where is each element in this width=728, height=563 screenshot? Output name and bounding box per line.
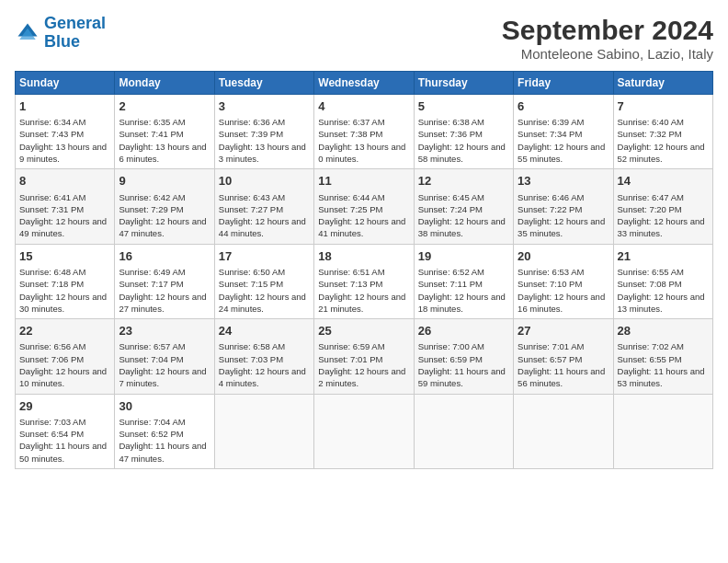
day-info: Sunrise: 6:43 AM: [219, 191, 310, 203]
day-info: Sunset: 7:34 PM: [518, 128, 609, 140]
day-cell: 16Sunrise: 6:49 AMSunset: 7:17 PMDayligh…: [115, 244, 214, 318]
day-info: Sunset: 6:57 PM: [518, 353, 609, 365]
day-cell: 28Sunrise: 7:02 AMSunset: 6:55 PMDayligh…: [613, 319, 712, 394]
day-info: Sunrise: 6:42 AM: [119, 191, 210, 203]
day-number: 11: [318, 173, 409, 190]
day-number: 17: [219, 248, 310, 265]
header-row: SundayMondayTuesdayWednesdayThursdayFrid…: [16, 72, 713, 95]
day-cell: [414, 394, 513, 468]
logo-text: General Blue: [44, 15, 106, 52]
header-cell-thursday: Thursday: [414, 72, 513, 95]
day-info: Sunrise: 6:52 AM: [418, 266, 509, 278]
header-cell-tuesday: Tuesday: [214, 72, 313, 95]
day-cell: 2Sunrise: 6:35 AMSunset: 7:41 PMDaylight…: [115, 95, 214, 169]
day-info: Sunset: 7:15 PM: [219, 278, 310, 290]
day-info: Daylight: 12 hours and 52 minutes.: [618, 141, 709, 166]
day-info: Sunset: 7:10 PM: [518, 278, 609, 290]
day-info: Sunrise: 6:38 AM: [418, 116, 509, 128]
header-cell-wednesday: Wednesday: [314, 72, 414, 95]
day-info: Sunset: 7:43 PM: [19, 128, 110, 140]
day-cell: 25Sunrise: 6:59 AMSunset: 7:01 PMDayligh…: [314, 319, 414, 394]
day-number: 3: [219, 98, 310, 115]
logo: General Blue: [15, 15, 106, 52]
day-cell: 30Sunrise: 7:04 AMSunset: 6:52 PMDayligh…: [115, 394, 214, 468]
day-info: Sunrise: 6:39 AM: [518, 116, 609, 128]
day-number: 6: [518, 98, 609, 115]
day-number: 14: [618, 173, 709, 190]
week-row-2: 8Sunrise: 6:41 AMSunset: 7:31 PMDaylight…: [16, 169, 713, 244]
day-info: Sunset: 7:06 PM: [19, 353, 110, 365]
day-info: Daylight: 11 hours and 59 minutes.: [418, 365, 509, 390]
day-cell: 7Sunrise: 6:40 AMSunset: 7:32 PMDaylight…: [613, 95, 712, 169]
day-info: Sunset: 7:22 PM: [518, 203, 609, 215]
day-cell: 11Sunrise: 6:44 AMSunset: 7:25 PMDayligh…: [314, 169, 414, 244]
day-info: Sunset: 7:20 PM: [618, 203, 709, 215]
day-info: Sunset: 7:27 PM: [219, 203, 310, 215]
day-info: Sunrise: 6:56 AM: [19, 340, 110, 352]
day-number: 2: [119, 98, 210, 115]
day-number: 1: [19, 98, 110, 115]
day-info: Sunset: 7:03 PM: [219, 353, 310, 365]
day-info: Daylight: 11 hours and 53 minutes.: [618, 365, 709, 390]
day-info: Sunrise: 7:01 AM: [518, 340, 609, 352]
day-info: Sunrise: 6:36 AM: [219, 116, 310, 128]
day-cell: [514, 394, 613, 468]
day-number: 16: [119, 248, 210, 265]
day-info: Sunrise: 6:59 AM: [318, 340, 409, 352]
day-info: Sunset: 7:25 PM: [318, 203, 409, 215]
day-number: 21: [618, 248, 709, 265]
day-info: Sunrise: 6:47 AM: [618, 191, 709, 203]
day-info: Sunset: 7:36 PM: [418, 128, 509, 140]
day-info: Sunrise: 6:41 AM: [19, 191, 110, 203]
day-info: Daylight: 12 hours and 38 minutes.: [418, 215, 509, 240]
day-info: Sunrise: 6:58 AM: [219, 340, 310, 352]
day-cell: 6Sunrise: 6:39 AMSunset: 7:34 PMDaylight…: [514, 95, 613, 169]
day-cell: 20Sunrise: 6:53 AMSunset: 7:10 PMDayligh…: [514, 244, 613, 318]
day-number: 4: [318, 98, 409, 115]
day-info: Daylight: 13 hours and 3 minutes.: [219, 141, 310, 166]
day-info: Daylight: 12 hours and 44 minutes.: [219, 215, 310, 240]
day-cell: 4Sunrise: 6:37 AMSunset: 7:38 PMDaylight…: [314, 95, 414, 169]
day-info: Daylight: 12 hours and 30 minutes.: [19, 291, 110, 316]
week-row-5: 29Sunrise: 7:03 AMSunset: 6:54 PMDayligh…: [16, 394, 713, 468]
day-info: Daylight: 12 hours and 41 minutes.: [318, 215, 409, 240]
day-number: 9: [119, 173, 210, 190]
day-info: Daylight: 11 hours and 56 minutes.: [518, 365, 609, 390]
day-cell: 15Sunrise: 6:48 AMSunset: 7:18 PMDayligh…: [16, 244, 115, 318]
title-block: September 2024 Monteleone Sabino, Lazio,…: [502, 15, 713, 62]
day-number: 29: [19, 398, 110, 415]
day-info: Sunrise: 7:03 AM: [19, 416, 110, 428]
day-info: Daylight: 12 hours and 35 minutes.: [518, 215, 609, 240]
week-row-4: 22Sunrise: 6:56 AMSunset: 7:06 PMDayligh…: [16, 319, 713, 394]
day-info: Sunrise: 7:00 AM: [418, 340, 509, 352]
day-info: Sunrise: 6:35 AM: [119, 116, 210, 128]
day-number: 25: [318, 323, 409, 339]
day-cell: 21Sunrise: 6:55 AMSunset: 7:08 PMDayligh…: [613, 244, 712, 318]
day-info: Sunset: 7:13 PM: [318, 278, 409, 290]
day-info: Daylight: 12 hours and 4 minutes.: [219, 365, 310, 390]
day-info: Daylight: 13 hours and 6 minutes.: [119, 141, 210, 166]
day-cell: 29Sunrise: 7:03 AMSunset: 6:54 PMDayligh…: [16, 394, 115, 468]
day-info: Sunset: 7:41 PM: [119, 128, 210, 140]
day-cell: 9Sunrise: 6:42 AMSunset: 7:29 PMDaylight…: [115, 169, 214, 244]
header-cell-monday: Monday: [115, 72, 214, 95]
day-info: Daylight: 12 hours and 21 minutes.: [318, 291, 409, 316]
day-info: Daylight: 12 hours and 7 minutes.: [119, 365, 210, 390]
day-info: Sunset: 6:54 PM: [19, 428, 110, 440]
day-info: Sunset: 6:52 PM: [119, 428, 210, 440]
logo-icon: [15, 20, 40, 46]
day-info: Sunset: 6:59 PM: [418, 353, 509, 365]
day-info: Sunset: 7:11 PM: [418, 278, 509, 290]
day-info: Sunset: 7:31 PM: [19, 203, 110, 215]
header-cell-sunday: Sunday: [16, 72, 115, 95]
day-cell: [613, 394, 712, 468]
day-cell: 23Sunrise: 6:57 AMSunset: 7:04 PMDayligh…: [115, 319, 214, 394]
day-number: 30: [119, 398, 210, 415]
day-cell: 18Sunrise: 6:51 AMSunset: 7:13 PMDayligh…: [314, 244, 414, 318]
calendar-table: SundayMondayTuesdayWednesdayThursdayFrid…: [15, 71, 713, 469]
day-info: Sunrise: 6:34 AM: [19, 116, 110, 128]
day-cell: 13Sunrise: 6:46 AMSunset: 7:22 PMDayligh…: [514, 169, 613, 244]
day-info: Sunrise: 6:51 AM: [318, 266, 409, 278]
week-row-3: 15Sunrise: 6:48 AMSunset: 7:18 PMDayligh…: [16, 244, 713, 318]
day-number: 24: [219, 323, 310, 339]
